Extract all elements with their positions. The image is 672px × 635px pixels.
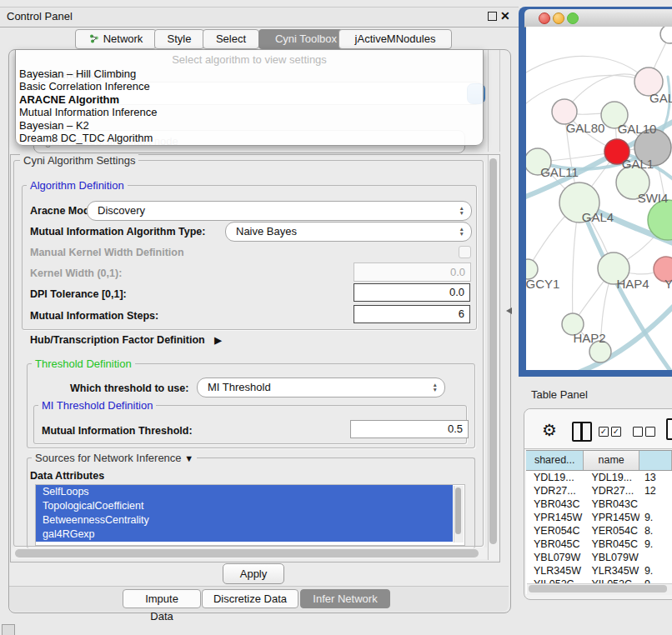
deselect-all-icon[interactable] bbox=[633, 427, 643, 437]
panel-edge-line bbox=[499, 50, 500, 152]
cursor-arrow bbox=[506, 308, 512, 314]
close-icon[interactable]: ✕ bbox=[500, 9, 510, 22]
table-row[interactable]: YDL19... YDL19... 13 bbox=[526, 471, 672, 484]
data-attributes-label: Data Attributes bbox=[30, 470, 104, 482]
collapsed-panel-icon[interactable] bbox=[2, 624, 15, 635]
control-panel-titlebar bbox=[0, 7, 519, 28]
dropdown-item-list: Bayesian – Hill ClimbingBasic Correlatio… bbox=[16, 68, 483, 144]
mi-algorithm-type-value: Naive Bayes bbox=[226, 225, 297, 238]
tab-select[interactable]: Select bbox=[203, 29, 259, 49]
dropdown-placeholder: Select algorithm to view settings bbox=[16, 50, 483, 68]
node-label: SWI4 bbox=[638, 191, 669, 205]
deselect-all-icon[interactable] bbox=[645, 427, 655, 437]
mi-steps-label: Mutual Information Steps: bbox=[30, 310, 158, 322]
manual-kernel-width-checkbox[interactable] bbox=[459, 246, 471, 258]
gear-icon[interactable]: ⚙ bbox=[542, 420, 557, 440]
column-header-shared-name[interactable]: shared... bbox=[526, 451, 584, 470]
kernel-width-label: Kernel Width (0,1): bbox=[30, 268, 122, 279]
algorithm-definition-title: Algorithm Definition bbox=[27, 179, 128, 192]
dpi-tolerance-field[interactable]: 0.0 bbox=[354, 283, 470, 302]
node-label: GAL4 bbox=[582, 210, 614, 224]
window-zoom-icon[interactable] bbox=[567, 12, 579, 24]
table-body: YDL19... YDL19... 13 YDR27... YDR27... 1… bbox=[526, 471, 672, 591]
table-row[interactable]: YER054C YER054C 8. bbox=[526, 524, 672, 538]
dropdown-item[interactable]: Bayesian – K2 bbox=[16, 119, 483, 132]
list-item[interactable]: SelfLoops bbox=[36, 485, 453, 499]
list-item[interactable]: TopologicalCoefficient bbox=[36, 499, 453, 513]
window-minimize-icon[interactable] bbox=[553, 12, 564, 24]
dropdown-item[interactable]: Basic Correlation Inference bbox=[16, 80, 483, 92]
network-canvas[interactable]: GALGAL80GAL10GAL1GAL11SWI4GAL4GCY1HAP4YH… bbox=[526, 27, 672, 370]
node-label: GAL1 bbox=[622, 157, 654, 171]
network-node[interactable] bbox=[660, 27, 672, 43]
apply-button[interactable]: Apply bbox=[223, 563, 284, 584]
data-attributes-list[interactable]: SelfLoopsTopologicalCoefficientBetweenne… bbox=[35, 484, 465, 546]
tab-style[interactable]: Style bbox=[154, 29, 204, 49]
list-item[interactable]: gal4RGexp bbox=[36, 528, 453, 542]
which-threshold-label: Which threshold to use: bbox=[70, 382, 188, 394]
table-row[interactable]: YBL079W YBL079W bbox=[526, 551, 672, 564]
table-row[interactable]: YBR045C YBR045C 9. bbox=[526, 538, 672, 551]
mi-steps-field[interactable]: 6 bbox=[354, 305, 470, 323]
dpi-tolerance-label: DPI Tolerance [0,1]: bbox=[30, 288, 127, 300]
tab-discretize-data[interactable]: Discretize Data bbox=[202, 589, 298, 608]
cyni-algorithm-settings-title: Cyni Algorithm Settings bbox=[20, 154, 138, 167]
node-label: GAL11 bbox=[540, 165, 579, 179]
node-label: GAL80 bbox=[566, 121, 605, 135]
which-threshold-combo[interactable]: MI Threshold ▲▼ bbox=[197, 378, 445, 398]
split-columns-icon[interactable] bbox=[572, 422, 592, 442]
panel-edge-line bbox=[488, 50, 489, 152]
column-header-cut[interactable] bbox=[639, 451, 672, 470]
mi-algorithm-type-label: Mutual Information Algorithm Type: bbox=[30, 226, 205, 238]
file-icon[interactable] bbox=[666, 418, 672, 440]
control-panel-title: Control Panel bbox=[7, 10, 73, 22]
node-label: HAP4 bbox=[616, 277, 649, 291]
window-close-icon[interactable] bbox=[539, 12, 550, 24]
network-tab-icon bbox=[89, 31, 99, 40]
node-table: shared... name YDL19... YDL19... 13 YDR2… bbox=[526, 450, 672, 594]
aracne-mode-combo[interactable]: Discovery ▲▼ bbox=[87, 201, 472, 221]
select-all-icon[interactable]: ✓ bbox=[611, 427, 621, 437]
mi-threshold-group-title: MI Threshold Definition bbox=[38, 399, 156, 412]
screen: Control Panel ✕ Network Style Select Cyn… bbox=[0, 0, 672, 635]
dropdown-item[interactable]: Dream8 DC_TDC Algorithm bbox=[16, 132, 483, 144]
mi-threshold-label: Mutual Information Threshold: bbox=[42, 425, 193, 437]
kernel-width-field[interactable]: 0.0 bbox=[354, 262, 471, 282]
dropdown-item[interactable]: Mutual Information Inference bbox=[16, 106, 483, 118]
tab-impute-data[interactable]: Impute Data bbox=[123, 589, 201, 608]
dropdown-item[interactable]: Bayesian – Hill Climbing bbox=[16, 68, 483, 80]
table-row[interactable]: YDR27... YDR27... 12 bbox=[526, 484, 672, 498]
table-horizontal-scrollbar-thumb[interactable] bbox=[529, 585, 667, 592]
list-item[interactable]: BetweennessCentrality bbox=[36, 513, 453, 528]
mi-algorithm-type-combo[interactable]: Naive Bayes ▲▼ bbox=[225, 222, 472, 242]
table-row[interactable]: YPR145W YPR145W 9. bbox=[526, 511, 672, 524]
sources-group-title[interactable]: Sources for Network Inference ▼ bbox=[32, 452, 197, 464]
which-threshold-value: MI Threshold bbox=[198, 381, 271, 393]
table-panel-title: Table Panel bbox=[531, 388, 588, 401]
settings-horizontal-scrollbar-thumb[interactable] bbox=[15, 549, 479, 558]
settings-vertical-scrollbar-thumb[interactable] bbox=[489, 158, 497, 544]
mi-threshold-field[interactable]: 0.5 bbox=[350, 420, 469, 438]
aracne-mode-value: Discovery bbox=[88, 204, 145, 217]
tab-infer-network[interactable]: Infer Network bbox=[300, 589, 390, 608]
algorithm-dropdown-popup: Select algorithm to view settings Bayesi… bbox=[15, 49, 484, 146]
node-label: HAP2 bbox=[573, 331, 605, 345]
column-header-name[interactable]: name bbox=[584, 451, 639, 470]
node-label: GCY1 bbox=[526, 277, 559, 291]
combo-stepper-icon: ▲▼ bbox=[459, 202, 464, 220]
table-row[interactable]: YBR043C YBR043C bbox=[526, 498, 672, 511]
node-label: GAL bbox=[649, 91, 672, 105]
collapse-down-icon[interactable]: ▼ bbox=[184, 453, 193, 463]
dropdown-item[interactable]: ARACNE Algorithm bbox=[16, 93, 483, 106]
tab-network[interactable]: Network bbox=[75, 29, 157, 49]
float-panel-icon[interactable] bbox=[488, 12, 497, 21]
list-scrollbar-thumb[interactable] bbox=[455, 488, 461, 534]
select-all-icon[interactable]: ✓ bbox=[599, 427, 609, 437]
hub-section-label[interactable]: Hub/Transcription Factor Definition ▶ bbox=[30, 334, 222, 346]
table-header-row: shared... name bbox=[526, 450, 672, 471]
expand-right-icon[interactable]: ▶ bbox=[214, 335, 221, 345]
node-label: GAL10 bbox=[618, 122, 657, 136]
tab-jactivemnodules[interactable]: jActiveMNodules bbox=[339, 29, 452, 49]
threshold-definition-title: Threshold Definition bbox=[32, 358, 135, 370]
table-row[interactable]: YLR345W YLR345W 9. bbox=[526, 564, 672, 578]
